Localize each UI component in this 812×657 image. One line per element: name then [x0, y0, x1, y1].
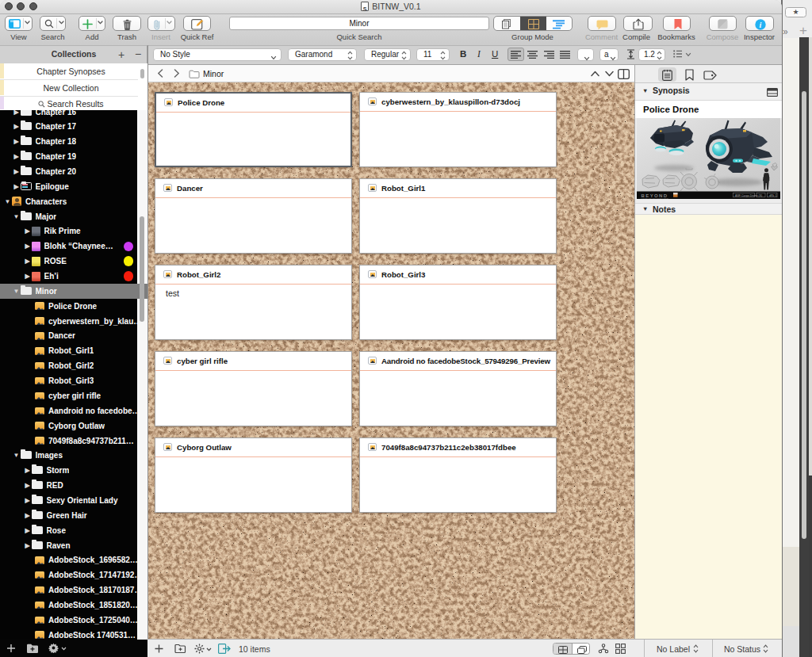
svg-text:THE GREAT BEYOND CONCEPT SERIE: THE GREAT BEYOND CONCEPT SERIES — [642, 197, 669, 199]
svg-text:ASF Cargo Drone: ASF Cargo Drone — [735, 194, 758, 197]
svg-text:(S): (S) — [759, 194, 763, 197]
svg-text:dRk 1: dRk 1 — [769, 194, 776, 197]
svg-text:i: i — [759, 20, 761, 29]
